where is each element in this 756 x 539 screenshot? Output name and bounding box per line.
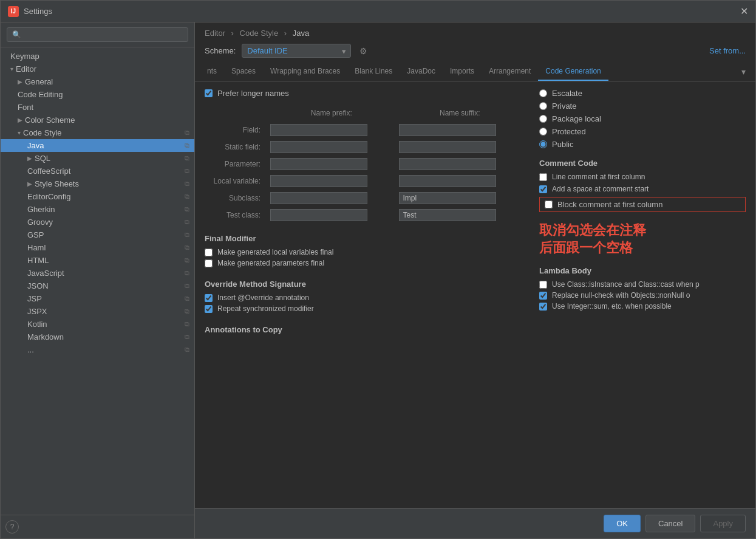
add-space-checkbox[interactable]: [539, 185, 547, 193]
parameter-suffix-input[interactable]: [399, 158, 496, 170]
line-comment-label: Line comment at first column: [552, 173, 645, 181]
package-local-radio[interactable]: [539, 115, 547, 123]
block-comment-checkbox[interactable]: [545, 201, 553, 208]
sidebar-item-html[interactable]: HTML ⧉: [1, 254, 194, 267]
sidebar-item-java[interactable]: Java ⧉: [1, 139, 194, 152]
tab-code-generation[interactable]: Code Generation: [538, 63, 608, 81]
cancel-button[interactable]: Cancel: [645, 515, 695, 532]
sidebar-item-style-sheets[interactable]: ▶ Style Sheets ⧉: [1, 177, 194, 190]
annotations-section: Annotations to Copy: [205, 325, 525, 339]
sidebar-item-haml[interactable]: Haml ⧉: [1, 241, 194, 254]
package-local-label: Package local: [552, 114, 601, 123]
use-integer-sum-item: Use Integer::sum, etc. when possible: [539, 302, 746, 311]
static-field-prefix-input[interactable]: [270, 141, 367, 153]
final-param-checkbox[interactable]: [205, 259, 213, 267]
protected-radio[interactable]: [539, 128, 547, 136]
set-from-link[interactable]: Set from...: [709, 46, 746, 55]
java-label: Java: [27, 141, 44, 150]
tab-javadoc[interactable]: JavaDoc: [400, 63, 443, 81]
replace-null-check-checkbox[interactable]: [539, 292, 547, 300]
sidebar-item-keymap[interactable]: Keymap: [1, 50, 194, 63]
sidebar-item-editor[interactable]: ▾ Editor: [1, 63, 194, 75]
subclass-prefix-input[interactable]: [270, 192, 367, 204]
sidebar-item-json[interactable]: JSON ⧉: [1, 280, 194, 292]
final-local-checkbox[interactable]: [205, 249, 213, 256]
public-radio[interactable]: [539, 140, 547, 148]
local-variable-suffix-input[interactable]: [399, 175, 496, 187]
sidebar-item-groovy[interactable]: Groovy ⧉: [1, 216, 194, 228]
sidebar-item-jspx[interactable]: JSPX ⧉: [1, 305, 194, 318]
static-field-suffix-input[interactable]: [399, 141, 496, 153]
test-class-prefix-input[interactable]: [270, 209, 367, 221]
sidebar-item-general[interactable]: ▶ General: [1, 75, 194, 88]
test-class-suffix-input[interactable]: [399, 209, 496, 221]
table-row: Local variable:: [206, 173, 523, 189]
copy-icon-json: ⧉: [185, 282, 189, 290]
window-title: Settings: [24, 7, 52, 16]
tab-spaces[interactable]: Spaces: [224, 63, 263, 81]
field-prefix-input[interactable]: [270, 124, 367, 136]
close-button[interactable]: ✕: [740, 5, 748, 17]
breadcrumb-editor: Editor: [205, 29, 225, 38]
sidebar-item-gherkin[interactable]: Gherkin ⧉: [1, 203, 194, 216]
sidebar-item-gsp[interactable]: GSP ⧉: [1, 228, 194, 241]
tabs-more-icon[interactable]: ▾: [737, 64, 751, 79]
field-suffix-input[interactable]: [399, 124, 496, 136]
sidebar-item-color-scheme[interactable]: ▶ Color Scheme: [1, 114, 194, 126]
tab-arrangement[interactable]: Arrangement: [482, 63, 538, 81]
copy-icon-gsp: ⧉: [185, 231, 189, 239]
sidebar-item-coffeescript[interactable]: CoffeeScript ⧉: [1, 165, 194, 177]
left-section: Prefer longer names Name prefix: Name su…: [205, 89, 525, 501]
sidebar-item-javascript[interactable]: JavaScript ⧉: [1, 267, 194, 280]
breadcrumb: Editor › Code Style › Java: [195, 22, 755, 41]
sidebar-item-code-style[interactable]: ▾ Code Style ⧉: [1, 126, 194, 139]
repeat-sync-checkbox[interactable]: [205, 305, 213, 313]
sidebar-item-kotlin[interactable]: Kotlin ⧉: [1, 318, 194, 331]
gear-button[interactable]: ⚙: [356, 44, 371, 58]
use-integer-sum-checkbox[interactable]: [539, 303, 547, 311]
gherkin-label: Gherkin: [27, 205, 55, 214]
sidebar-item-code-editing[interactable]: Code Editing: [1, 88, 194, 101]
apply-button[interactable]: Apply: [700, 515, 746, 532]
copy-icon-gherkin: ⧉: [185, 205, 189, 213]
sidebar-item-more[interactable]: ... ⧉: [1, 343, 194, 356]
color-scheme-label: Color Scheme: [25, 115, 75, 125]
code-editing-label: Code Editing: [18, 90, 63, 99]
insert-override-checkbox[interactable]: [205, 294, 213, 302]
sidebar-item-markdown[interactable]: Markdown ⧉: [1, 331, 194, 343]
line-comment-checkbox[interactable]: [539, 173, 547, 181]
tab-wrapping[interactable]: Wrapping and Braces: [263, 63, 347, 81]
comment-code-section: Comment Code Line comment at first colum…: [539, 159, 746, 212]
scheme-row: Scheme: Default IDE ⚙ Set from...: [195, 41, 755, 63]
tab-blank-lines[interactable]: Blank Lines: [347, 63, 400, 81]
use-isinstance-checkbox[interactable]: [539, 281, 547, 289]
copy-icon-style-sheets: ⧉: [185, 180, 189, 188]
replace-null-check-label: Replace null-check with Objects::nonNull…: [552, 291, 690, 300]
table-row: Test class:: [206, 207, 523, 223]
sidebar-item-font[interactable]: Font: [1, 101, 194, 114]
parameter-prefix-input[interactable]: [270, 158, 367, 170]
expand-arrow-code-style: ▾: [18, 129, 21, 136]
help-button[interactable]: ?: [5, 520, 19, 534]
search-box: [1, 22, 194, 47]
copy-icon-jsp: ⧉: [185, 295, 189, 303]
ok-button[interactable]: OK: [604, 515, 641, 532]
private-radio[interactable]: [539, 102, 547, 110]
copy-icon-kotlin: ⧉: [185, 320, 189, 328]
sidebar-item-jsp[interactable]: JSP ⧉: [1, 292, 194, 305]
tab-imports[interactable]: Imports: [443, 63, 482, 81]
sidebar-item-sql[interactable]: ▶ SQL ⧉: [1, 152, 194, 165]
sidebar-item-editorconfig[interactable]: EditorConfig ⧉: [1, 190, 194, 203]
final-modifier-section: Final Modifier Make generated local vari…: [205, 234, 525, 270]
prefer-longer-names-checkbox[interactable]: [205, 89, 213, 97]
scheme-select[interactable]: Default IDE: [242, 44, 351, 58]
use-isinstance-item: Use Class::isInstance and Class::cast wh…: [539, 280, 746, 289]
search-input[interactable]: [7, 27, 188, 42]
copy-icon-code-style: ⧉: [185, 129, 189, 137]
local-variable-prefix-input[interactable]: [270, 175, 367, 187]
tab-ants[interactable]: nts: [200, 63, 224, 81]
subclass-suffix-input[interactable]: [399, 192, 496, 204]
public-label: Public: [552, 140, 573, 149]
escalate-radio[interactable]: [539, 89, 547, 97]
scheme-label: Scheme:: [205, 46, 236, 55]
